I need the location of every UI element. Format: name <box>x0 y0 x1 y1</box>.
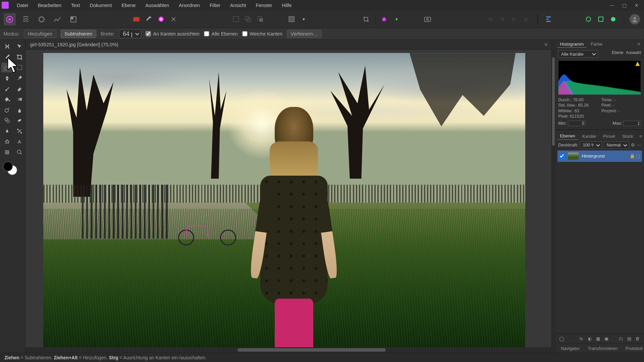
menu-datei[interactable]: Datei <box>12 1 33 10</box>
stat-min-input[interactable] <box>568 121 586 126</box>
quick-mask-icon[interactable] <box>286 14 297 25</box>
mesh-tool[interactable] <box>1 147 13 157</box>
arrange-front-icon[interactable]: ▷ <box>522 14 532 25</box>
tab-navigator[interactable]: Navigator <box>558 345 582 352</box>
dropdown-icon[interactable]: ▾ <box>391 14 402 25</box>
tab-color[interactable]: Farbe <box>588 41 605 48</box>
canvas-vertical-scrollbar[interactable] <box>551 40 555 347</box>
layer-visibility-checkbox[interactable] <box>559 153 565 159</box>
channel-select[interactable]: Alle Kanäle <box>558 50 598 58</box>
crop-tool-icon[interactable] <box>361 14 372 25</box>
view-tool[interactable] <box>1 42 13 51</box>
arrange-backward-icon[interactable]: ◁ <box>497 14 507 25</box>
swatch-red-icon[interactable] <box>131 14 142 25</box>
smudge-tool[interactable] <box>14 105 25 115</box>
shape-tool[interactable] <box>1 137 13 146</box>
tab-history[interactable]: Protokoll <box>623 345 644 352</box>
menu-ebene[interactable]: Ebene <box>117 1 140 10</box>
zoom-tool[interactable] <box>14 147 25 157</box>
canvas-viewport[interactable] <box>25 50 555 347</box>
gradient-tool[interactable] <box>14 95 25 104</box>
align-icon[interactable] <box>543 14 554 25</box>
sync-icon[interactable] <box>583 14 594 25</box>
node-tool[interactable] <box>14 126 25 136</box>
width-input[interactable]: 64 px <box>119 29 141 39</box>
tab-channels[interactable]: Kanäle <box>580 133 599 139</box>
arrange-back-icon[interactable]: ◁ <box>484 14 495 25</box>
menu-text[interactable]: Text <box>67 1 85 10</box>
flood-select-tool[interactable] <box>1 73 13 83</box>
layer-settings-icon[interactable]: ⚙ <box>631 141 635 148</box>
layer-add-mask-icon[interactable]: ▣ <box>603 335 610 342</box>
menu-fenster[interactable]: Fenster <box>251 1 276 10</box>
layer-row-background[interactable]: Hintergrund 🔒 ⬚ <box>557 150 642 162</box>
persona-develop[interactable] <box>35 13 48 25</box>
mode-subtract-button[interactable]: Subtrahieren <box>61 30 96 38</box>
persona-photo[interactable] <box>4 13 16 25</box>
layers-panel-menu-icon[interactable]: ≡ <box>638 134 644 139</box>
canvas-horizontal-scrollbar[interactable] <box>25 347 555 353</box>
color-picker-tool[interactable] <box>1 52 13 62</box>
refine-button[interactable]: Verfeinern… <box>287 30 322 38</box>
layer-add-icon[interactable]: ▤ <box>626 335 633 342</box>
panel-menu-icon[interactable]: ≡ <box>636 42 642 47</box>
menu-filter[interactable]: Filter <box>205 1 225 10</box>
color-wheel-icon[interactable] <box>156 14 167 25</box>
mode-add-button[interactable]: Hinzufügen <box>24 30 56 38</box>
layer-extra-icon[interactable]: ⋯ <box>637 141 641 148</box>
layer-lock-icon[interactable]: 🔒 <box>630 154 635 159</box>
blend-mode-select[interactable]: Normal <box>604 141 629 149</box>
persona-liquify[interactable] <box>19 13 32 25</box>
layer-mask-icon[interactable]: ◯ <box>558 335 565 342</box>
layer-delete-icon[interactable]: 🗑 <box>634 335 641 342</box>
auto-levels-icon[interactable] <box>168 14 179 25</box>
tab-histogram[interactable]: Histogramm <box>557 41 587 48</box>
preview-icon[interactable] <box>422 14 433 25</box>
dodge-tool[interactable] <box>1 105 13 115</box>
menu-dokument[interactable]: Dokument <box>85 1 116 10</box>
color-swatches[interactable] <box>1 161 25 176</box>
fill-tool[interactable] <box>1 95 13 104</box>
crop-tool[interactable] <box>14 52 25 62</box>
dropdown-icon[interactable]: ▾ <box>299 14 309 25</box>
soft-edges-checkbox[interactable]: Weiche Kanten <box>242 31 282 37</box>
document-close-button[interactable]: ✕ <box>541 42 551 47</box>
account-avatar[interactable] <box>630 14 640 25</box>
text-tool[interactable]: A <box>14 137 25 146</box>
layer-link-icon[interactable]: ⬚ <box>636 154 640 159</box>
window-close-button[interactable]: ✕ <box>631 1 642 10</box>
all-layers-checkbox[interactable]: Alle Ebenen <box>204 31 238 37</box>
tab-layers[interactable]: Ebenen <box>557 132 578 139</box>
layer-adjust-icon[interactable]: ◐ <box>586 335 593 342</box>
opacity-input[interactable]: 100 % <box>580 141 602 149</box>
menu-hilfe[interactable]: Hilfe <box>277 1 296 10</box>
assistant-icon[interactable] <box>379 14 390 25</box>
tab-transform[interactable]: Transformieren <box>585 345 620 352</box>
sync2-icon[interactable] <box>595 14 606 25</box>
healing-tool[interactable] <box>14 116 25 125</box>
menu-anordnen[interactable]: Anordnen <box>174 1 204 10</box>
hist-layer-option[interactable]: Ebene <box>612 50 623 55</box>
selection-intersect-icon[interactable] <box>255 14 266 25</box>
menu-ansicht[interactable]: Ansicht <box>226 1 251 10</box>
layer-group-icon[interactable]: 🗀 <box>617 335 624 342</box>
clone-tool[interactable] <box>1 116 13 125</box>
snap-edges-checkbox[interactable]: An Kanten ausrichten <box>146 31 200 37</box>
window-maximize-button[interactable]: ▢ <box>619 1 630 10</box>
paint-brush-tool[interactable] <box>1 84 13 94</box>
hist-selection-option[interactable]: Auswahl <box>626 50 641 55</box>
arrange-forward-icon[interactable]: ▷ <box>509 14 520 25</box>
stat-max-input[interactable] <box>623 121 641 126</box>
magic-wand-tool[interactable] <box>14 73 25 83</box>
move-tool[interactable] <box>14 42 25 51</box>
eyedropper-icon[interactable] <box>144 14 154 25</box>
selection-add-icon[interactable] <box>243 14 254 25</box>
marquee-tool[interactable] <box>14 63 25 72</box>
layer-fx-icon[interactable]: fx <box>578 335 585 342</box>
menu-bearbeiten[interactable]: Bearbeiten <box>34 1 66 10</box>
selection-brush-tool[interactable] <box>1 63 13 72</box>
menu-auswaehlen[interactable]: Auswählen <box>141 1 173 10</box>
cloud-icon[interactable] <box>608 14 619 25</box>
persona-tone-mapping[interactable] <box>51 13 64 25</box>
erase-tool[interactable] <box>14 84 25 94</box>
